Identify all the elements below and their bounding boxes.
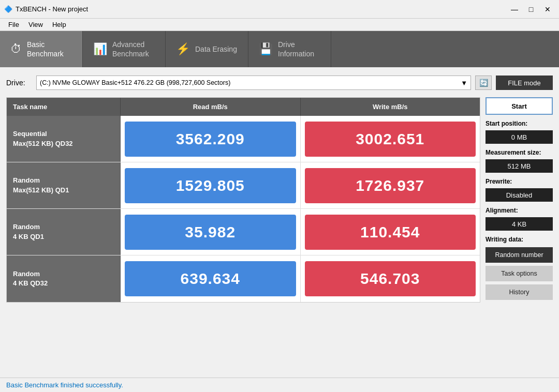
read-value-4k-qd1: 35.982 xyxy=(125,215,296,250)
task-name-random-512-qd1: RandomMax(512 KB) QD1 xyxy=(7,162,121,208)
history-button[interactable]: History xyxy=(486,284,553,300)
read-value-sequential: 3562.209 xyxy=(125,122,296,157)
tab-basic-label: BasicBenchmark xyxy=(27,40,64,58)
writing-data-label: Writing data: xyxy=(486,236,553,243)
write-value-cell-1: 3002.651 xyxy=(301,116,480,162)
drive-selected-value: (C:) NVMe GLOWAY Basic+512 476.22 GB (99… xyxy=(40,79,230,86)
refresh-icon: 🔄 xyxy=(479,79,488,87)
menu-help[interactable]: Help xyxy=(48,20,70,29)
prewrite-label: Prewrite: xyxy=(486,178,553,185)
data-erasing-icon: ⚡ xyxy=(176,42,190,56)
window-title: TxBENCH - New project xyxy=(16,5,88,13)
write-value-cell-3: 110.454 xyxy=(301,209,480,255)
header-write: Write mB/s xyxy=(301,98,480,116)
prewrite-value[interactable]: Disabled xyxy=(486,188,553,202)
write-value-cell-4: 546.703 xyxy=(301,255,480,302)
results-table: Task name Read mB/s Write mB/s Sequentia… xyxy=(6,97,480,303)
measurement-size-label: Measurement size: xyxy=(486,149,553,156)
read-value-4k-qd32: 639.634 xyxy=(125,261,296,296)
read-value-cell-3: 35.982 xyxy=(121,209,301,255)
status-bar: Basic Benchmark finished successfully. xyxy=(0,378,559,392)
read-value-cell-2: 1529.805 xyxy=(121,162,301,208)
drive-select-dropdown[interactable]: (C:) NVMe GLOWAY Basic+512 476.22 GB (99… xyxy=(36,76,471,90)
minimize-button[interactable]: — xyxy=(507,3,522,16)
tab-drive-information[interactable]: 💾 DriveInformation xyxy=(248,31,331,67)
drive-label: Drive: xyxy=(6,79,32,87)
header-task-name: Task name xyxy=(7,98,121,116)
dropdown-arrow-icon: ▼ xyxy=(461,79,467,87)
tab-data-erasing[interactable]: ⚡ Data Erasing xyxy=(166,31,248,67)
read-value-cell-4: 639.634 xyxy=(121,255,301,302)
results-area: Task name Read mB/s Write mB/s Sequentia… xyxy=(6,97,553,303)
right-panel: Start Start position: 0 MB Measurement s… xyxy=(486,97,553,303)
table-row: RandomMax(512 KB) QD1 1529.805 1726.937 xyxy=(7,162,480,209)
measurement-size-value[interactable]: 512 MB xyxy=(486,159,553,173)
tab-advanced-benchmark[interactable]: 📊 AdvancedBenchmark xyxy=(83,31,166,67)
tab-basic-benchmark[interactable]: ⏱ BasicBenchmark xyxy=(0,31,83,67)
file-mode-button[interactable]: FILE mode xyxy=(496,76,553,90)
task-name-random-4k-qd32: Random4 KB QD32 xyxy=(7,255,121,302)
tab-advanced-label: AdvancedBenchmark xyxy=(112,40,149,58)
task-name-random-4k-qd1: Random4 KB QD1 xyxy=(7,209,121,255)
app-icon: 🔷 xyxy=(4,5,12,13)
start-button[interactable]: Start xyxy=(486,97,553,115)
read-value-cell-1: 3562.209 xyxy=(121,116,301,162)
table-header: Task name Read mB/s Write mB/s xyxy=(7,98,480,116)
status-message: Basic Benchmark finished successfully. xyxy=(6,381,123,389)
alignment-value[interactable]: 4 KB xyxy=(486,217,553,231)
menu-view[interactable]: View xyxy=(24,20,47,29)
alignment-label: Alignment: xyxy=(486,207,553,214)
write-value-sequential: 3002.651 xyxy=(305,122,476,157)
title-bar-left: 🔷 TxBENCH - New project xyxy=(4,5,88,13)
writing-data-value[interactable]: Random number xyxy=(486,247,553,263)
basic-benchmark-icon: ⏱ xyxy=(10,42,22,56)
table-row: Random4 KB QD1 35.982 110.454 xyxy=(7,209,480,255)
write-value-cell-2: 1726.937 xyxy=(301,162,480,208)
menu-bar: File View Help xyxy=(0,19,559,31)
read-value-random-512: 1529.805 xyxy=(125,168,296,203)
table-row: Random4 KB QD32 639.634 546.703 xyxy=(7,255,480,302)
drive-refresh-button[interactable]: 🔄 xyxy=(475,76,492,90)
tab-erase-label: Data Erasing xyxy=(195,44,237,54)
header-read: Read mB/s xyxy=(121,98,301,116)
task-options-button[interactable]: Task options xyxy=(486,266,553,281)
menu-file[interactable]: File xyxy=(4,20,23,29)
advanced-benchmark-icon: 📊 xyxy=(93,42,107,56)
table-row: SequentialMax(512 KB) QD32 3562.209 3002… xyxy=(7,116,480,162)
tab-drive-label: DriveInformation xyxy=(278,40,314,58)
task-name-sequential-512-qd32: SequentialMax(512 KB) QD32 xyxy=(7,116,121,162)
start-position-label: Start position: xyxy=(486,120,553,127)
title-bar-controls: — □ ✕ xyxy=(507,3,555,16)
main-content: Drive: (C:) NVMe GLOWAY Basic+512 476.22… xyxy=(0,67,559,309)
write-value-4k-qd32: 546.703 xyxy=(305,261,476,296)
start-position-value[interactable]: 0 MB xyxy=(486,130,553,144)
tab-bar: ⏱ BasicBenchmark 📊 AdvancedBenchmark ⚡ D… xyxy=(0,31,559,67)
drive-row: Drive: (C:) NVMe GLOWAY Basic+512 476.22… xyxy=(6,73,553,92)
close-button[interactable]: ✕ xyxy=(540,3,555,16)
write-value-random-512: 1726.937 xyxy=(305,168,476,203)
title-bar: 🔷 TxBENCH - New project — □ ✕ xyxy=(0,0,559,19)
maximize-button[interactable]: □ xyxy=(524,3,538,16)
drive-info-icon: 💾 xyxy=(259,42,273,56)
write-value-4k-qd1: 110.454 xyxy=(305,215,476,250)
